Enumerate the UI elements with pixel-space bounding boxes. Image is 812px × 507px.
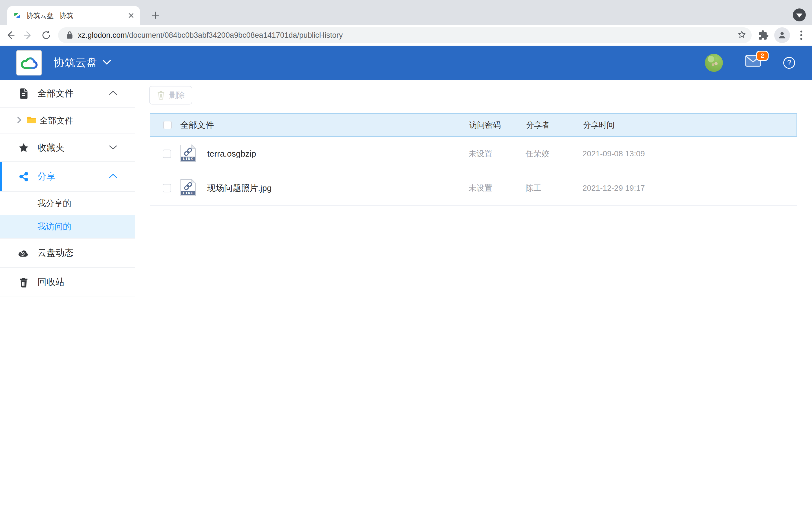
new-tab-button[interactable] — [149, 8, 162, 22]
browser-toolbar: xz.glodon.com/document/084bc0b3abf34200a… — [0, 25, 812, 46]
tab-search-button[interactable] — [793, 8, 806, 21]
notifications-button[interactable]: 2 — [745, 55, 761, 71]
browser-tab[interactable]: 协筑云盘 - 协筑 — [7, 6, 140, 25]
forward-button[interactable] — [20, 27, 36, 43]
cell-sharer: 任荣姣 — [525, 149, 549, 159]
shares-table: 全部文件 访问密码 分享者 分享时间 — [150, 113, 797, 206]
table-row[interactable]: LINK 现场问题照片.jpg 未设置 陈工 2021-12-29 19:17 — [150, 171, 797, 206]
extensions-icon[interactable] — [756, 27, 771, 43]
sidebar-item-label: 全部文件 — [38, 87, 73, 100]
bookmark-star-icon[interactable] — [737, 30, 747, 41]
table-header-row: 全部文件 访问密码 分享者 分享时间 — [150, 113, 797, 137]
column-header-password: 访问密码 — [469, 120, 501, 130]
row-checkbox[interactable] — [163, 184, 171, 192]
folder-icon — [27, 116, 36, 125]
cell-sharer: 陈工 — [525, 183, 541, 193]
link-file-icon: LINK — [179, 144, 197, 163]
select-all-label: 全部文件 — [180, 119, 214, 131]
sidebar-item-label: 回收站 — [38, 276, 64, 288]
link-file-icon: LINK — [179, 179, 197, 198]
chevron-down-icon — [796, 13, 802, 17]
star-icon — [18, 143, 29, 153]
lock-icon — [66, 31, 73, 40]
header-actions: 2 ? — [705, 46, 795, 80]
site-favicon-icon — [13, 11, 21, 20]
chevron-up-icon[interactable] — [109, 173, 117, 180]
chevron-down-icon[interactable] — [102, 59, 112, 66]
sidebar-item-drive-activity[interactable]: 云盘动态 — [0, 238, 135, 268]
back-button[interactable] — [2, 27, 18, 43]
sidebar-item-my-accessed[interactable]: 我访问的 — [0, 215, 135, 238]
tab-title: 协筑云盘 - 协筑 — [27, 11, 126, 20]
chevron-up-icon[interactable] — [109, 90, 117, 97]
cell-time: 2021-12-29 19:17 — [582, 184, 645, 193]
trash-icon — [18, 277, 29, 288]
chevron-right-icon[interactable] — [16, 116, 22, 125]
cloud-logo-icon — [20, 54, 38, 72]
notification-badge: 2 — [756, 51, 769, 61]
sidebar-item-label: 云盘动态 — [38, 247, 73, 259]
sidebar-item-label: 我访问的 — [38, 221, 71, 232]
sidebar-item-share[interactable]: 分享 — [0, 162, 135, 192]
link-badge-text: LINK — [183, 191, 193, 195]
column-header-time: 分享时间 — [583, 120, 615, 130]
document-icon — [18, 88, 29, 99]
url-text: xz.glodon.com/document/084bc0b3abf34200a… — [78, 31, 733, 40]
sidebar-item-favorites[interactable]: 收藏夹 — [0, 134, 135, 162]
column-header-sharer: 分享者 — [526, 120, 550, 130]
cell-time: 2021-09-08 13:09 — [582, 149, 645, 158]
sidebar-tree-item-all-files[interactable]: 全部文件 — [0, 108, 135, 134]
share-icon — [18, 172, 29, 182]
browser-menu-icon[interactable] — [794, 27, 809, 43]
trash-outline-icon — [157, 91, 165, 100]
sidebar-item-label: 分享 — [38, 170, 56, 183]
sidebar-item-label: 收藏夹 — [38, 142, 64, 154]
reload-button[interactable] — [38, 27, 54, 43]
address-bar[interactable]: xz.glodon.com/document/084bc0b3abf34200a… — [58, 27, 752, 43]
help-button[interactable]: ? — [783, 57, 795, 69]
user-avatar[interactable] — [705, 54, 723, 72]
tab-close-icon[interactable] — [126, 11, 136, 20]
sidebar-item-all-files[interactable]: 全部文件 — [0, 80, 135, 108]
link-badge-text: LINK — [183, 157, 193, 161]
sidebar: 全部文件 全部文件 收藏夹 — [0, 80, 135, 507]
file-name[interactable]: terra.osgbzip — [207, 149, 256, 159]
file-name[interactable]: 现场问题照片.jpg — [207, 182, 271, 194]
sidebar-item-label: 全部文件 — [40, 115, 73, 126]
app-header: 协筑云盘 2 ? — [0, 46, 812, 80]
row-checkbox[interactable] — [163, 150, 171, 158]
table-row[interactable]: LINK terra.osgbzip 未设置 任荣姣 2021-09-08 13… — [150, 137, 797, 171]
browser-tab-strip: 协筑云盘 - 协筑 — [0, 0, 812, 25]
url-domain: xz.glodon.com — [78, 31, 127, 40]
chevron-down-icon[interactable] — [109, 145, 117, 151]
cloud-activity-icon — [18, 249, 29, 257]
sidebar-item-my-shared[interactable]: 我分享的 — [0, 192, 135, 215]
app-logo[interactable] — [16, 50, 42, 75]
browser-profile-icon[interactable] — [774, 27, 790, 43]
delete-button-label: 删除 — [169, 90, 185, 101]
cell-password: 未设置 — [469, 149, 492, 159]
sidebar-item-label: 我分享的 — [38, 198, 71, 209]
select-all-checkbox[interactable] — [163, 121, 172, 129]
app-title: 协筑云盘 — [54, 55, 98, 70]
delete-button[interactable]: 删除 — [149, 86, 192, 105]
main-content: 删除 全部文件 访问密码 分享者 分享时间 — [135, 80, 812, 507]
sidebar-item-recycle-bin[interactable]: 回收站 — [0, 268, 135, 297]
cell-password: 未设置 — [469, 183, 492, 193]
url-path: /document/084bc0b3abf34200a9bc08ea141701… — [127, 31, 343, 40]
active-indicator — [0, 162, 2, 191]
help-glyph: ? — [787, 58, 791, 67]
